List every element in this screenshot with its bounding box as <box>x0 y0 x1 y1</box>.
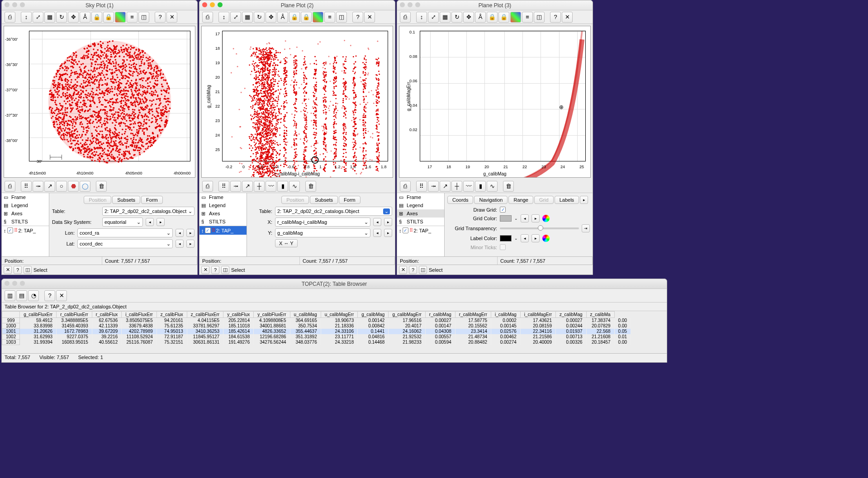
grid-icon[interactable]: ▦ <box>242 12 253 23</box>
refresh-icon[interactable]: ↻ <box>451 12 462 23</box>
area-icon[interactable]: ◯ <box>80 181 90 192</box>
legend-icon[interactable]: ≡ <box>324 12 335 23</box>
titlebar[interactable]: Plane Plot (3) <box>397 0 593 10</box>
colorwheel-icon[interactable] <box>542 235 550 242</box>
navigation-tab[interactable]: Navigation <box>474 196 508 204</box>
subsets-tab[interactable]: Subsets <box>310 196 338 204</box>
lock-y-icon[interactable]: 🔒 <box>103 12 114 23</box>
measure-icon[interactable]: Å <box>80 12 90 23</box>
next-button[interactable]: ▸ <box>384 218 392 226</box>
rescale-icon[interactable]: ↕ <box>21 12 32 23</box>
line-icon[interactable]: 〰 <box>266 181 276 192</box>
prev-button[interactable]: ◂ <box>146 218 154 226</box>
layer-item[interactable]: ↕⠿2: TAP_ <box>2 226 49 235</box>
range-tab[interactable]: Range <box>508 196 533 204</box>
next-button[interactable]: ▸ <box>531 214 540 222</box>
pair-icon[interactable]: ⤞ <box>33 181 43 192</box>
refresh-icon[interactable]: ↻ <box>56 12 67 23</box>
prev-button[interactable]: ◂ <box>373 218 381 226</box>
plane3-area[interactable]: ⊕ g_calibMagErr g_calibMag 0.1 0.08 0.06… <box>399 26 591 178</box>
export-icon[interactable]: ⎙ <box>5 12 15 23</box>
close-foot-icon[interactable]: ✕ <box>201 266 209 274</box>
close-foot-icon[interactable]: ✕ <box>399 266 407 274</box>
stilts-item[interactable]: §STILTS <box>397 218 444 226</box>
aux-icon[interactable] <box>313 12 323 23</box>
lat-select[interactable]: coord_dec⌄ <box>77 239 173 248</box>
legend-item[interactable]: ▤Legend <box>2 201 49 209</box>
colorwheel-icon[interactable] <box>542 215 550 222</box>
layer-item-selected[interactable]: ↕⠿2: TAP_ <box>199 226 247 235</box>
help-icon[interactable]: ? <box>44 290 55 301</box>
table-row[interactable]: 100231.629939227.037539.221611108.529247… <box>2 334 631 340</box>
add-layer-icon[interactable]: ⎙ <box>202 181 213 192</box>
column-header[interactable]: y_calibFluxErr <box>254 312 290 318</box>
reset-slider-icon[interactable]: ⇥ <box>582 224 590 232</box>
titlebar[interactable]: Sky Plot (1) <box>2 0 197 10</box>
help-foot-icon[interactable]: ? <box>409 266 417 274</box>
stilts-item[interactable]: §STILTS <box>199 218 247 226</box>
ellipse-icon[interactable]: ○ <box>56 181 67 192</box>
navigate-icon[interactable]: ✥ <box>68 12 79 23</box>
aux-icon[interactable] <box>510 12 521 23</box>
line-icon[interactable]: 〰 <box>463 181 474 192</box>
legend-item[interactable]: ▤Legend <box>397 201 444 209</box>
layer-item[interactable]: ↕⠿2: TAP_ <box>397 226 444 235</box>
measure-icon[interactable]: Å <box>277 12 288 23</box>
table-select[interactable]: 2: TAP_2_dp02_dc2_catalogs.Object⌄ <box>102 207 194 216</box>
rescale-icon[interactable]: ↕ <box>218 12 229 23</box>
aux-icon[interactable] <box>115 12 126 23</box>
close-icon[interactable]: ✕ <box>562 12 573 23</box>
minorticks-checkbox[interactable] <box>500 244 506 250</box>
histogram-icon[interactable]: ▮ <box>475 181 486 192</box>
help-icon[interactable]: ? <box>352 12 363 23</box>
traffic-lights[interactable] <box>202 2 223 7</box>
form-tab[interactable]: Form <box>339 196 360 204</box>
rows-icon[interactable]: ▤ <box>16 290 27 301</box>
titlebar[interactable]: Plane Plot (2) <box>199 0 395 10</box>
titlebar[interactable]: TOPCAT(2): Table Browser <box>2 279 667 289</box>
data-table[interactable]: g_calibFluxErrr_calibFluxErrr_calibFluxi… <box>2 311 667 353</box>
table-row[interactable]: 100331.9939416083.9501540.5561225116.760… <box>2 340 631 345</box>
add-layer-icon[interactable]: ⎙ <box>5 181 15 192</box>
column-header[interactable]: i_calibMagErr <box>520 312 555 318</box>
column-header[interactable]: r_calibFluxErr <box>57 312 92 318</box>
lock-x-icon[interactable]: 🔒 <box>487 12 498 23</box>
column-header[interactable]: z_calibMag <box>555 312 586 318</box>
pair-icon[interactable]: ⤞ <box>428 181 439 192</box>
pair-icon[interactable]: ⤞ <box>230 181 241 192</box>
lock-x-icon[interactable]: 🔒 <box>91 12 102 23</box>
table-row[interactable]: 100131.206261672.7898339.672094202.78989… <box>2 329 631 334</box>
function-icon[interactable]: ∿ <box>289 181 300 192</box>
vector-icon[interactable]: ↗ <box>242 181 253 192</box>
columns-icon[interactable]: ▥ <box>5 290 15 301</box>
layer-visible-checkbox[interactable] <box>403 227 408 233</box>
rescale-icon[interactable]: ↕ <box>416 12 427 23</box>
toggle-foot-icon[interactable]: ◫ <box>419 266 427 274</box>
next-button[interactable]: ▸ <box>186 229 194 237</box>
delete-icon[interactable]: 🗑 <box>503 181 514 192</box>
column-header[interactable]: i_calibMag <box>491 312 521 318</box>
zoom-icon[interactable]: ⤢ <box>33 12 43 23</box>
column-header[interactable]: y_calibFlux <box>223 312 254 318</box>
help-icon[interactable]: ? <box>550 12 561 23</box>
table-select[interactable]: 2: TAP_2_dp02_dc2_catalogs.Object⌄ <box>275 207 392 216</box>
subset-icon[interactable]: ◔ <box>28 290 39 301</box>
table-row[interactable]: 99959.49123.3488885E562.675363.8505075E5… <box>2 318 631 323</box>
histogram-icon[interactable]: ▮ <box>277 181 288 192</box>
lock-y-icon[interactable]: 🔒 <box>498 12 509 23</box>
frame-item[interactable]: ▭Frame <box>2 193 49 201</box>
column-header[interactable]: r_calibMag <box>425 312 455 318</box>
y-select[interactable]: g_calibMag⌄ <box>275 228 370 237</box>
grid-icon[interactable]: ▦ <box>44 12 55 23</box>
help-foot-icon[interactable]: ? <box>14 266 22 274</box>
axes-item[interactable]: ⊞Axes <box>199 209 247 218</box>
next-button[interactable]: ▸ <box>384 229 392 237</box>
stilts-item[interactable]: §STILTS <box>2 218 49 226</box>
column-header[interactable]: r_calibFlux <box>92 312 121 318</box>
swap-xy-button[interactable]: X ↔ Y <box>275 239 298 247</box>
frame-item[interactable]: ▭Frame <box>199 193 247 201</box>
grid-icon[interactable]: ▦ <box>440 12 451 23</box>
sys-select[interactable]: equatorial⌄ <box>102 218 143 227</box>
close-foot-icon[interactable]: ✕ <box>4 266 12 274</box>
gridcolor-chip[interactable] <box>500 215 512 222</box>
